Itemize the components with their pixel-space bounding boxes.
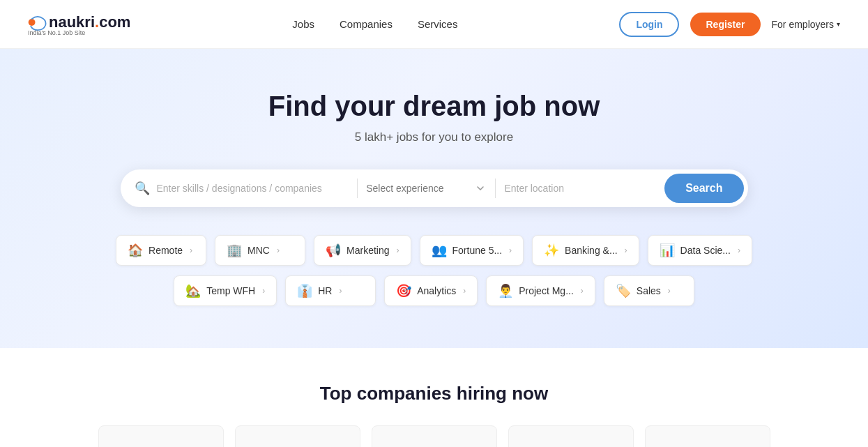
nav-companies[interactable]: Companies	[340, 18, 393, 30]
hero-title: Find your dream job now	[28, 91, 840, 122]
nav-services[interactable]: Services	[418, 18, 458, 30]
hero-section: Find your dream job now 5 lakh+ jobs for…	[0, 49, 868, 348]
marketing-icon: 📢	[326, 243, 341, 258]
remote-icon: 🏠	[128, 243, 143, 258]
banking-arrow: ›	[625, 245, 627, 255]
category-row-2: 🏡 Temp WFH › 👔 HR › 🎯 Analytics › 👨‍💼 Pr…	[174, 275, 694, 306]
marketing-arrow: ›	[397, 245, 399, 255]
search-bar: 🔍 Select experience Fresher 1 year 2 yea…	[121, 169, 748, 207]
tempwfh-icon: 🏡	[185, 283, 201, 298]
hero-subtitle: 5 lakh+ jobs for you to explore	[28, 130, 840, 144]
search-divider-1	[357, 179, 358, 198]
category-banking[interactable]: ✨ Banking &... ›	[532, 235, 639, 266]
header: naukri.com India's No.1 Job Site Jobs Co…	[0, 0, 868, 49]
analytics-label: Analytics	[417, 285, 456, 296]
search-button[interactable]: Search	[664, 174, 743, 203]
analytics-icon: 🎯	[396, 283, 411, 298]
header-right: Login Register For employers ▾	[619, 12, 840, 37]
company-card-3[interactable]	[372, 425, 497, 447]
sales-arrow: ›	[668, 286, 671, 296]
fortune500-label: Fortune 5...	[452, 245, 503, 256]
category-marketing[interactable]: 📢 Marketing ›	[314, 235, 411, 266]
mnc-arrow: ›	[277, 245, 280, 255]
register-button[interactable]: Register	[690, 13, 760, 36]
categories-section: 🏠 Remote › 🏢 MNC › 📢 Marketing › 👥 Fortu…	[28, 235, 840, 306]
logo-area: naukri.com India's No.1 Job Site	[28, 13, 130, 36]
logo-tagline: India's No.1 Job Site	[28, 29, 85, 36]
category-hr[interactable]: 👔 HR ›	[285, 275, 376, 306]
projectmg-icon: 👨‍💼	[498, 283, 513, 298]
category-mnc[interactable]: 🏢 MNC ›	[215, 235, 305, 266]
sales-label: Sales	[637, 285, 661, 296]
category-analytics[interactable]: 🎯 Analytics ›	[384, 275, 478, 306]
login-button[interactable]: Login	[619, 12, 679, 37]
sales-icon: 🏷️	[616, 283, 631, 298]
mnc-icon: 🏢	[227, 243, 242, 258]
for-employers-menu[interactable]: For employers ▾	[772, 19, 840, 30]
search-icon: 🔍	[135, 181, 150, 196]
category-tempwfh[interactable]: 🏡 Temp WFH ›	[174, 275, 277, 306]
fortune500-arrow: ›	[509, 245, 512, 255]
company-card-1[interactable]	[98, 425, 224, 447]
location-input[interactable]	[504, 183, 664, 194]
projectmg-arrow: ›	[581, 286, 584, 296]
search-divider-2	[495, 179, 496, 198]
experience-select[interactable]: Select experience Fresher 1 year 2 years…	[366, 183, 487, 194]
bottom-section: Top companies hiring now	[0, 348, 868, 447]
category-datascience[interactable]: 📊 Data Scie... ›	[648, 235, 752, 266]
projectmg-label: Project Mg...	[519, 285, 574, 296]
logo-wrap: naukri.com India's No.1 Job Site	[28, 13, 130, 36]
tempwfh-arrow: ›	[262, 286, 265, 296]
mnc-label: MNC	[248, 245, 270, 256]
hr-icon: 👔	[297, 283, 312, 298]
company-card-5[interactable]	[645, 425, 770, 447]
datascience-icon: 📊	[660, 243, 675, 258]
category-projectmg[interactable]: 👨‍💼 Project Mg... ›	[486, 275, 595, 306]
datascience-label: Data Scie...	[680, 245, 731, 256]
chevron-down-icon: ▾	[837, 20, 840, 28]
hr-arrow: ›	[339, 286, 342, 296]
category-remote[interactable]: 🏠 Remote ›	[116, 235, 206, 266]
company-card-2[interactable]	[235, 425, 360, 447]
analytics-arrow: ›	[463, 286, 466, 296]
search-skills-input[interactable]	[157, 183, 349, 194]
remote-label: Remote	[149, 245, 183, 256]
datascience-arrow: ›	[738, 245, 740, 255]
top-companies-title: Top companies hiring now	[28, 383, 840, 404]
fortune500-icon: 👥	[432, 243, 447, 258]
hr-label: HR	[318, 285, 332, 296]
nav-jobs[interactable]: Jobs	[292, 18, 314, 30]
for-employers-label: For employers	[772, 19, 834, 30]
marketing-label: Marketing	[347, 245, 389, 256]
tempwfh-label: Temp WFH	[206, 285, 255, 296]
category-sales[interactable]: 🏷️ Sales ›	[604, 275, 694, 306]
main-nav: Jobs Companies Services	[292, 18, 457, 30]
company-card-4[interactable]	[508, 425, 634, 447]
company-cards-row	[28, 425, 840, 447]
banking-label: Banking &...	[565, 245, 618, 256]
banking-icon: ✨	[544, 243, 559, 258]
category-fortune500[interactable]: 👥 Fortune 5... ›	[420, 235, 524, 266]
remote-arrow: ›	[190, 245, 192, 255]
svg-point-0	[29, 19, 36, 26]
category-row-1: 🏠 Remote › 🏢 MNC › 📢 Marketing › 👥 Fortu…	[116, 235, 752, 266]
